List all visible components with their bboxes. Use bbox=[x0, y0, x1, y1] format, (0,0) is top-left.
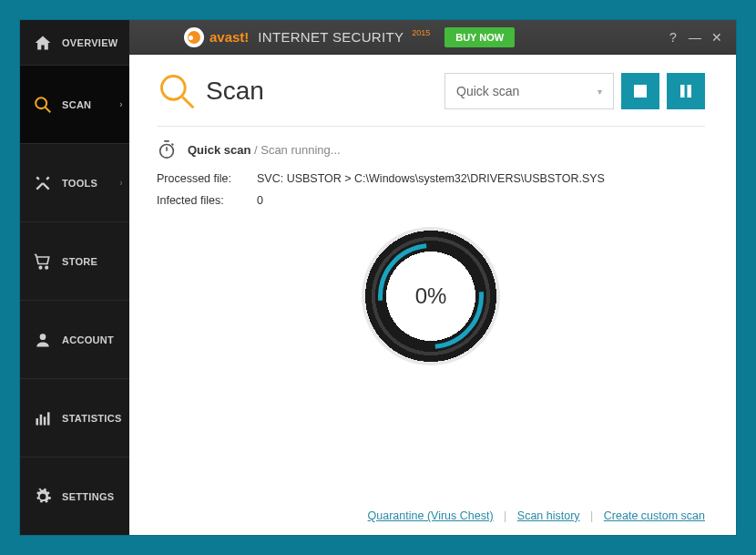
content: Scan Quick scan ▾ Quick bbox=[129, 55, 736, 535]
sidebar-label: STATISTICS bbox=[62, 413, 122, 424]
sidebar-label: OVERVIEW bbox=[62, 37, 118, 48]
main: avast! INTERNET SECURITY 2015 BUY NOW ? … bbox=[129, 20, 736, 535]
sidebar-item-settings[interactable]: SETTINGS bbox=[20, 457, 129, 535]
svg-point-4 bbox=[40, 334, 46, 340]
stop-icon bbox=[634, 85, 647, 98]
scan-type-dropdown[interactable]: Quick scan ▾ bbox=[444, 73, 614, 109]
scan-details: Processed file: SVC: USBSTOR > C:\Window… bbox=[157, 172, 705, 207]
quarantine-link[interactable]: Quarantine (Virus Chest) bbox=[368, 509, 494, 522]
chevron-right-icon: › bbox=[119, 99, 123, 109]
sidebar-item-tools[interactable]: TOOLS › bbox=[20, 144, 129, 222]
cart-icon bbox=[33, 252, 53, 272]
processed-value: SVC: USBSTOR > C:\Windows\system32\DRIVE… bbox=[257, 172, 705, 185]
product-name: INTERNET SECURITY bbox=[258, 29, 404, 45]
svg-line-1 bbox=[46, 107, 51, 112]
tools-icon bbox=[33, 173, 53, 193]
sidebar-label: TOOLS bbox=[62, 178, 97, 189]
infected-label: Infected files: bbox=[157, 194, 257, 207]
sidebar-item-overview[interactable]: OVERVIEW bbox=[20, 20, 129, 66]
sidebar-item-statistics[interactable]: STATISTICS bbox=[20, 379, 129, 457]
svg-rect-8 bbox=[47, 412, 50, 425]
status-row: Quick scan / Scan running... bbox=[157, 139, 705, 159]
svg-rect-6 bbox=[40, 414, 43, 425]
divider bbox=[157, 126, 705, 127]
sidebar-item-scan[interactable]: SCAN › bbox=[20, 66, 129, 144]
avast-logo-icon bbox=[184, 27, 204, 47]
sidebar-label: ACCOUNT bbox=[62, 334, 114, 345]
scan-history-link[interactable]: Scan history bbox=[517, 509, 580, 522]
svg-rect-13 bbox=[688, 85, 692, 98]
minimize-button[interactable]: — bbox=[687, 30, 703, 45]
buy-now-button[interactable]: BUY NOW bbox=[444, 27, 515, 47]
titlebar: avast! INTERNET SECURITY 2015 BUY NOW ? … bbox=[129, 20, 736, 55]
pause-button[interactable] bbox=[667, 73, 705, 109]
brand-name: avast! bbox=[209, 30, 249, 44]
svg-point-2 bbox=[39, 266, 42, 269]
sidebar-label: SCAN bbox=[62, 99, 91, 110]
pause-icon bbox=[679, 85, 692, 98]
status-state: Scan running... bbox=[261, 143, 340, 157]
page-header: Scan Quick scan ▾ bbox=[157, 71, 705, 111]
magnifier-icon bbox=[157, 71, 197, 111]
brand: avast! INTERNET SECURITY 2015 bbox=[184, 27, 430, 47]
stop-button[interactable] bbox=[621, 73, 659, 109]
svg-rect-5 bbox=[36, 418, 39, 426]
svg-line-10 bbox=[182, 97, 193, 108]
stopwatch-icon bbox=[157, 139, 177, 159]
status-sep: / bbox=[250, 143, 261, 157]
svg-rect-11 bbox=[634, 85, 647, 98]
svg-rect-12 bbox=[680, 85, 685, 98]
svg-rect-7 bbox=[44, 416, 46, 425]
progress-wrap: 0% bbox=[157, 227, 705, 365]
processed-label: Processed file: bbox=[157, 172, 257, 185]
user-icon bbox=[33, 330, 53, 350]
sidebar-label: SETTINGS bbox=[62, 491, 114, 502]
svg-point-14 bbox=[160, 145, 174, 159]
gear-icon bbox=[33, 487, 53, 507]
home-icon bbox=[33, 33, 53, 53]
status-type: Quick scan bbox=[188, 143, 250, 157]
dropdown-value: Quick scan bbox=[456, 84, 519, 98]
sidebar-item-store[interactable]: STORE bbox=[20, 222, 129, 301]
chevron-down-icon: ▾ bbox=[598, 87, 602, 97]
magnifier-icon bbox=[33, 95, 53, 115]
create-custom-scan-link[interactable]: Create custom scan bbox=[604, 509, 705, 522]
footer-links: Quarantine (Virus Chest) | Scan history … bbox=[157, 497, 705, 522]
svg-point-3 bbox=[46, 266, 48, 269]
progress-text: 0% bbox=[415, 283, 447, 309]
svg-point-0 bbox=[36, 98, 46, 108]
page-title: Scan bbox=[206, 77, 264, 106]
bars-icon bbox=[33, 408, 53, 428]
infected-value: 0 bbox=[257, 194, 705, 207]
svg-point-9 bbox=[162, 77, 186, 100]
product-year: 2015 bbox=[412, 28, 430, 37]
close-button[interactable]: ✕ bbox=[709, 30, 725, 45]
progress-ring: 0% bbox=[362, 227, 500, 365]
app-window: OVERVIEW SCAN › TOOLS › STORE AC bbox=[20, 20, 736, 535]
chevron-right-icon: › bbox=[119, 178, 123, 188]
sidebar-item-account[interactable]: ACCOUNT bbox=[20, 301, 129, 379]
sidebar: OVERVIEW SCAN › TOOLS › STORE AC bbox=[20, 20, 129, 535]
sidebar-label: STORE bbox=[62, 256, 97, 267]
help-button[interactable]: ? bbox=[665, 30, 681, 45]
